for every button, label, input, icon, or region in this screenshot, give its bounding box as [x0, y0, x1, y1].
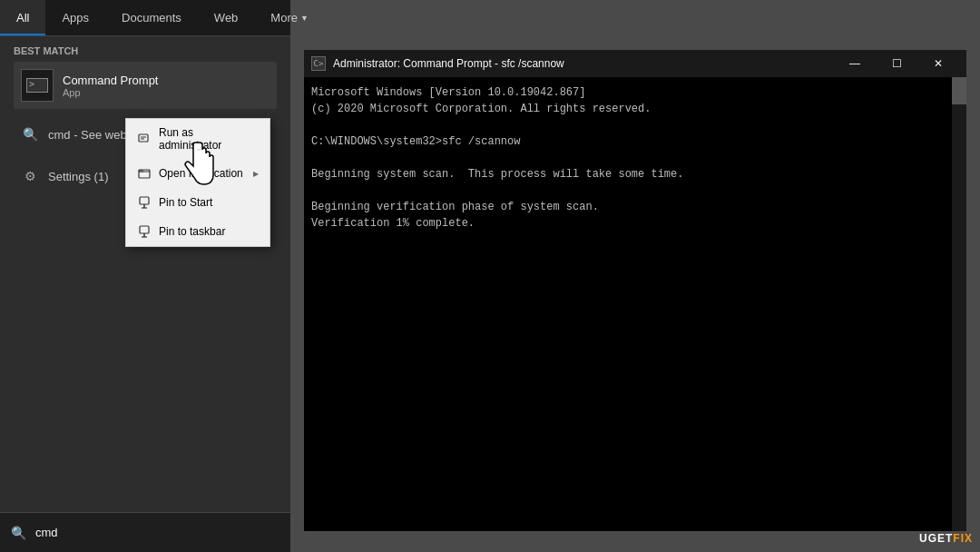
search-bar: 🔍: [0, 512, 290, 552]
start-menu: All Apps Documents Web More ▼ Best match…: [0, 0, 290, 552]
tab-apps[interactable]: Apps: [45, 0, 105, 35]
cmd-line: (c) 2020 Microsoft Corporation. All righ…: [311, 101, 959, 117]
cmd-titlebar: C> Administrator: Command Prompt - sfc /…: [304, 50, 966, 77]
cmd-close-button[interactable]: ✕: [917, 50, 959, 77]
cmd-window-controls: — ☐ ✕: [834, 50, 959, 77]
search-input[interactable]: [35, 526, 279, 539]
tab-documents[interactable]: Documents: [105, 0, 198, 35]
tab-more[interactable]: More ▼: [254, 0, 325, 35]
cmd-line: [311, 150, 959, 166]
pin-start-icon: [137, 195, 152, 210]
cmd-line: Beginning verification phase of system s…: [311, 199, 959, 215]
cmd-maximize-button[interactable]: ☐: [876, 50, 917, 77]
cmd-line: Microsoft Windows [Version 10.0.19042.86…: [311, 84, 959, 101]
cmd-scrollbar-thumb[interactable]: [952, 77, 966, 104]
app-result-command-prompt[interactable]: Command Prompt App: [14, 62, 277, 109]
start-tabs: All Apps Documents Web More ▼: [0, 0, 290, 36]
submenu-arrow-icon: ▶: [253, 170, 259, 178]
cmd-content: Microsoft Windows [Version 10.0.19042.86…: [311, 84, 959, 232]
context-menu: Run as administrator Open file location …: [125, 118, 270, 247]
cmd-minimize-button[interactable]: —: [834, 50, 876, 77]
app-result-info: Command Prompt App: [63, 74, 158, 98]
svg-rect-0: [139, 134, 148, 142]
chevron-down-icon: ▼: [300, 14, 309, 23]
app-result-name: Command Prompt: [63, 74, 158, 87]
cmd-line: C:\WINDOWS\system32>sfc /scannow: [311, 133, 959, 150]
open-file-label: Open file location: [159, 167, 243, 180]
context-run-as-admin[interactable]: Run as administrator: [126, 119, 270, 159]
search-bar-icon: 🔍: [11, 526, 26, 540]
cmd-line: [311, 117, 959, 133]
tab-all[interactable]: All: [0, 0, 45, 35]
cmd-line: Verification 1% complete.: [311, 215, 959, 232]
search-web-icon: 🔍: [21, 125, 39, 143]
best-match-section: Best match Command Prompt App: [0, 36, 290, 113]
settings-label: Settings (1): [48, 170, 108, 183]
context-pin-to-taskbar[interactable]: Pin to taskbar: [126, 217, 270, 246]
settings-icon: ⚙: [21, 167, 39, 185]
cmd-title-icon: C>: [311, 56, 326, 71]
tab-web[interactable]: Web: [198, 0, 255, 35]
cmd-app-icon: [21, 69, 54, 102]
cmd-line: Beginning system scan. This process will…: [311, 166, 959, 182]
app-result-type: App: [63, 87, 158, 98]
watermark-accent: FIX: [953, 532, 973, 545]
cmd-window: C> Administrator: Command Prompt - sfc /…: [304, 50, 966, 531]
svg-rect-4: [140, 197, 149, 204]
run-as-admin-label: Run as administrator: [159, 126, 259, 152]
run-as-admin-icon: [137, 132, 152, 146]
cmd-scrollbar[interactable]: [952, 77, 966, 531]
svg-rect-7: [140, 226, 149, 233]
open-file-icon: [137, 166, 152, 181]
watermark-text: UGET: [919, 532, 953, 545]
pin-start-label: Pin to Start: [159, 196, 212, 209]
cmd-line: [311, 182, 959, 199]
pin-taskbar-label: Pin to taskbar: [159, 225, 225, 238]
context-pin-to-start[interactable]: Pin to Start: [126, 188, 270, 217]
watermark: UGETFIX: [919, 532, 973, 545]
context-open-file-location[interactable]: Open file location ▶: [126, 159, 270, 188]
cmd-title-text: Administrator: Command Prompt - sfc /sca…: [333, 57, 834, 70]
pin-taskbar-icon: [137, 224, 152, 239]
best-match-label: Best match: [14, 45, 277, 56]
cmd-body: Microsoft Windows [Version 10.0.19042.86…: [304, 77, 966, 531]
cmd-icon-inner: [26, 78, 48, 93]
